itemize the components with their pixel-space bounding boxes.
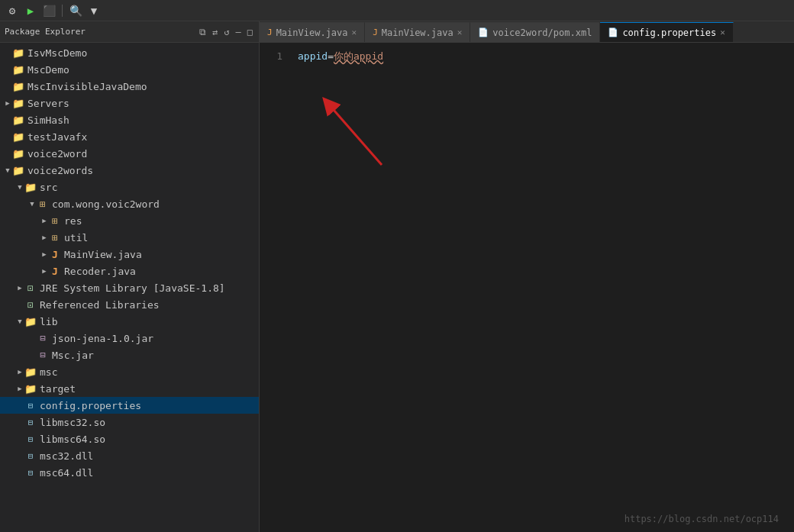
file-tree: 📁 IsvMscDemo 📁 MscDemo 📁 MscInvisibleJav… xyxy=(0,43,259,532)
tree-label: msc xyxy=(40,366,57,378)
code-key: appid xyxy=(298,49,328,64)
tree-label: Referenced Libraries xyxy=(40,299,160,311)
editor-tabs-bar: J MainView.java ✕ J MainView.java ✕ 📄 vo… xyxy=(260,21,794,43)
tab-close-icon[interactable]: ✕ xyxy=(352,27,357,37)
tree-item-json-jena-jar[interactable]: ⊟ json-jena-1.0.jar xyxy=(0,330,259,347)
tab-mainview1[interactable]: J MainView.java ✕ xyxy=(260,22,365,42)
dll-file-icon: ⊟ xyxy=(24,450,37,462)
maximize-icon[interactable]: □ xyxy=(246,25,254,39)
tree-item-libmsc64-so[interactable]: ⊟ libmsc64.so xyxy=(0,430,259,447)
tree-item-res[interactable]: ▶ ⊞ res xyxy=(0,212,259,229)
tree-item-referenced-libraries[interactable]: ⊡ Referenced Libraries xyxy=(0,296,259,313)
so-file-icon: ⊟ xyxy=(24,433,37,445)
collapse-arrow-icon: ▼ xyxy=(3,166,12,175)
folder-icon: 📁 xyxy=(12,63,24,76)
dropdown-icon[interactable]: ▼ xyxy=(86,3,102,18)
tree-item-libmsc32-so[interactable]: ⊟ libmsc32.so xyxy=(0,414,259,430)
tree-label: res xyxy=(64,215,82,227)
run-icon[interactable]: ▶ xyxy=(23,3,38,18)
tree-label: lib xyxy=(40,316,57,327)
code-editor[interactable]: appid = 你的appid xyxy=(290,43,794,532)
project-folder-icon: 📁 xyxy=(12,164,24,176)
tree-item-util[interactable]: ▶ ⊞ util xyxy=(0,229,259,246)
arrow-icon xyxy=(3,149,12,158)
tree-item-msc32-dll[interactable]: ⊟ msc32.dll xyxy=(0,447,259,464)
expand-arrow-icon: ▶ xyxy=(40,216,49,225)
tree-item-com-wong-voic2word[interactable]: ▼ ⊞ com.wong.voic2word xyxy=(0,195,259,212)
folder-icon: 📁 xyxy=(12,47,24,59)
tree-item-msc64-dll[interactable]: ⊟ msc64.dll xyxy=(0,464,259,481)
library-icon: ⊡ xyxy=(24,282,37,294)
tree-label: testJavafx xyxy=(27,131,87,143)
tab-label: MainView.java xyxy=(276,27,348,38)
arrow-icon xyxy=(3,65,12,74)
java-file-icon: J xyxy=(49,265,61,277)
tree-item-IsvMscDemo[interactable]: 📁 IsvMscDemo xyxy=(0,44,259,61)
tab-mainview2[interactable]: J MainView.java ✕ xyxy=(365,22,470,42)
refresh-icon[interactable]: ↺ xyxy=(222,25,231,39)
tree-label: SimHash xyxy=(27,114,69,126)
props-tab-icon: 📄 xyxy=(608,27,618,37)
tree-item-MscInvisibleJavaDemo[interactable]: 📁 MscInvisibleJavaDemo xyxy=(0,78,259,95)
arrow-icon xyxy=(3,48,12,57)
tree-item-Servers[interactable]: ▶ 📁 Servers xyxy=(0,95,259,111)
tree-label: voice2word xyxy=(27,148,87,160)
tree-label: libmsc64.so xyxy=(40,434,105,445)
xml-tab-icon: 📄 xyxy=(478,27,489,37)
tree-item-config-properties[interactable]: ⊟ config.properties xyxy=(0,397,259,414)
java-tab-icon: J xyxy=(373,27,378,37)
collapse-all-icon[interactable]: ⧉ xyxy=(198,25,208,39)
tree-item-Msc-jar[interactable]: ⊟ Msc.jar xyxy=(0,347,259,363)
tree-item-JRE-system-library[interactable]: ▶ ⊡ JRE System Library [JavaSE-1.8] xyxy=(0,279,259,296)
library-icon: ⊡ xyxy=(24,298,37,311)
arrow-icon xyxy=(3,82,12,91)
tree-label: Msc.jar xyxy=(52,350,94,361)
tree-item-voice2word[interactable]: 📁 voice2word xyxy=(0,145,259,162)
expand-arrow-icon: ▶ xyxy=(40,250,49,259)
minimize-icon[interactable]: — xyxy=(234,25,243,39)
tree-item-MscDemo[interactable]: 📁 MscDemo xyxy=(0,61,259,78)
tree-item-testJavafx[interactable]: 📁 testJavafx xyxy=(0,128,259,145)
jar-file-icon: ⊟ xyxy=(37,332,49,344)
collapse-arrow-icon: ▼ xyxy=(15,182,24,192)
search-icon[interactable]: 🔍 xyxy=(68,3,83,18)
main-layout: Package Explorer ⧉ ⇄ ↺ — □ 📁 IsvMscDemo … xyxy=(0,21,794,532)
expand-arrow-icon: ▶ xyxy=(3,98,12,108)
tree-item-Recoder-java[interactable]: ▶ J Recoder.java xyxy=(0,263,259,279)
tree-label: libmsc32.so xyxy=(40,417,105,428)
code-equals: = xyxy=(328,49,334,64)
tree-item-msc[interactable]: ▶ 📁 msc xyxy=(0,363,259,380)
settings-icon[interactable]: ⚙ xyxy=(5,3,20,18)
so-file-icon: ⊟ xyxy=(24,416,37,428)
expand-arrow-icon: ▶ xyxy=(40,233,49,242)
tree-item-src[interactable]: ▼ 📁 src xyxy=(0,179,259,195)
main-toolbar: ⚙ ▶ ⬛ 🔍 ▼ xyxy=(0,0,794,21)
collapse-arrow-icon: ▼ xyxy=(15,317,24,326)
tree-label: MscInvisibleJavaDemo xyxy=(27,81,147,92)
tree-label: Servers xyxy=(27,98,69,109)
tree-item-SimHash[interactable]: 📁 SimHash xyxy=(0,111,259,128)
link-with-editor-icon[interactable]: ⇄ xyxy=(211,25,219,39)
folder-icon: 📁 xyxy=(24,366,37,378)
tab-close-icon[interactable]: ✕ xyxy=(720,27,725,37)
tree-item-voice2words[interactable]: ▼ 📁 voice2words xyxy=(0,162,259,179)
tab-config-properties[interactable]: 📄 config.properties ✕ xyxy=(600,22,733,42)
tab-pom-xml[interactable]: 📄 voice2word/pom.xml xyxy=(470,22,600,42)
tab-label: MainView.java xyxy=(382,27,453,38)
tree-label: JRE System Library [JavaSE-1.8] xyxy=(40,282,225,294)
package-explorer-panel: Package Explorer ⧉ ⇄ ↺ — □ 📁 IsvMscDemo … xyxy=(0,21,260,532)
tree-item-target[interactable]: ▶ 📁 target xyxy=(0,380,259,397)
tree-item-lib[interactable]: ▼ 📁 lib xyxy=(0,313,259,330)
folder-icon: 📁 xyxy=(24,382,37,395)
arrow-icon xyxy=(3,115,12,124)
tree-label: json-jena-1.0.jar xyxy=(52,333,153,344)
stop-icon[interactable]: ⬛ xyxy=(41,3,56,18)
expand-arrow-icon: ▶ xyxy=(40,266,49,276)
java-tab-icon: J xyxy=(267,27,273,37)
package-icon: ⊞ xyxy=(37,198,49,210)
tab-close-icon[interactable]: ✕ xyxy=(457,27,463,37)
tree-label: target xyxy=(40,383,76,395)
jar-file-icon: ⊟ xyxy=(37,349,49,361)
expand-arrow-icon: ▶ xyxy=(15,384,24,393)
tree-item-MainView-java[interactable]: ▶ J MainView.java xyxy=(0,246,259,263)
